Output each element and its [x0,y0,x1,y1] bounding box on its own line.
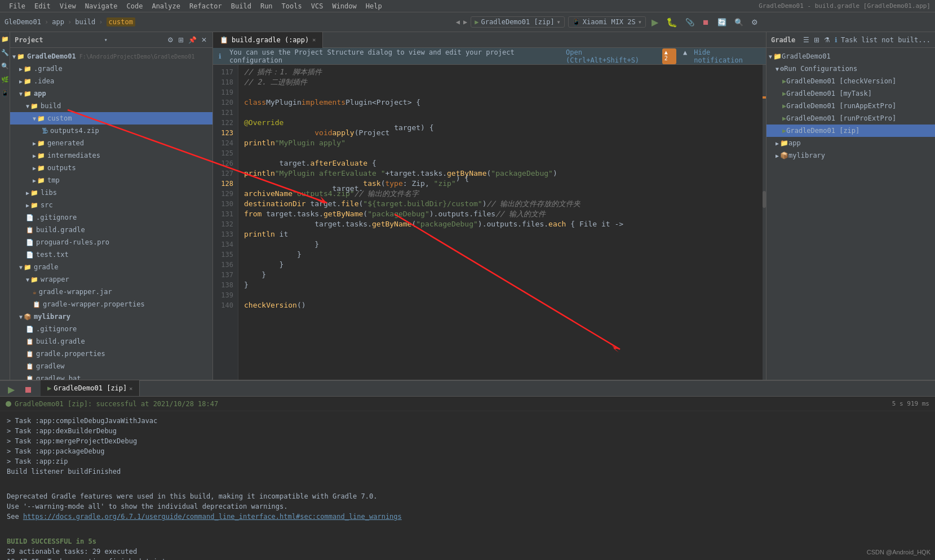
code-content[interactable]: // 插件：1. 脚本插件 // 2. 二进制插件 class MyPlugin… [238,65,763,380]
tree-generated[interactable]: ▶ 📁 generated [10,137,212,149]
editor-tab-build-gradle[interactable]: 📋 build.gradle (:app) ✕ [213,32,323,48]
gradle-rc1[interactable]: ▶ GradleDemo01 [checkVersion] [766,75,935,87]
tree-build-gradle[interactable]: 📋 build.gradle [10,224,212,236]
gradle-rc2[interactable]: ▶ GradleDemo01 [myTask] [766,87,935,100]
git-icon[interactable]: 🌿 [1,75,10,84]
breadcrumb-app2[interactable]: app [52,18,64,26]
run-tab[interactable]: ▶ GradleDemo01 [zip] ✕ [41,380,140,396]
code-line-131: from target.tasks.getByName("packageDebu… [244,209,757,219]
sidebar-gear-btn[interactable]: ⚙ [166,35,175,45]
tree-gitignore[interactable]: 📄 .gitignore [10,211,212,224]
tree-wrapper[interactable]: ▼ 📁 wrapper [10,273,212,286]
run-play-btn[interactable]: ▶ [5,383,18,396]
menu-view[interactable]: View [55,1,81,11]
android-icon[interactable]: 📱 [1,88,10,97]
menu-edit[interactable]: Edit [30,1,55,11]
run-config-dropdown[interactable]: ▶ GradleDemo01 [zip] ▾ [471,16,565,28]
gradle-filter-btn[interactable]: ⚗ [823,35,831,45]
output-deprecation-warning: Deprecated Gradle features were used in … [7,491,928,501]
code-line-120: class MyPlugin implements Plugin<Project… [244,97,757,108]
tree-libs[interactable]: ▶ 📁 libs [10,186,212,199]
tree-tmp[interactable]: ▶ 📁 tmp [10,174,212,186]
run-tab-close[interactable]: ✕ [129,385,132,392]
output-build-result: BUILD SUCCESSFUL in 5s [7,536,928,546]
sync-button[interactable]: 🔄 [715,17,729,28]
project-icon[interactable]: 📁 [1,34,10,43]
menu-tools[interactable]: Tools [277,1,307,11]
tree-gradle-props[interactable]: 📋 gradle-wrapper.properties [10,298,212,310]
tree-ml-gradlew[interactable]: 📋 gradlew [10,360,212,372]
breadcrumb-build[interactable]: build [75,18,95,26]
tree-testtxt[interactable]: 📄 test.txt [10,248,212,261]
settings-button[interactable]: ⚙ [749,17,760,28]
tree-gradle-jar[interactable]: ☕ gradle-wrapper.jar [10,286,212,298]
output-see: See https://docs.gradle.org/6.7.1/usergu… [7,512,928,522]
output-task4: > Task :app:packageDebug [7,446,928,456]
menu-help[interactable]: Help [361,1,387,11]
debug-button[interactable]: 🐛 [664,16,680,29]
tree-outputs4zip[interactable]: 🗜 outputs4.zip [10,125,212,137]
open-project-structure-btn[interactable]: Open (Ctrl+Alt+Shift+S) [566,48,657,64]
tree-proguard[interactable]: 📄 proguard-rules.pro [10,236,212,248]
device-dropdown[interactable]: 📱 Xiaomi MIX 2S ▾ [568,16,646,28]
code-line-135: } [244,250,757,260]
gradle-info-btn[interactable]: ℹ [834,35,839,45]
sidebar-layout-btn[interactable]: ⊞ [177,35,185,45]
code-line-126: target.afterEvaluate { [244,158,757,168]
warning-expand[interactable]: ▲ [683,48,687,64]
tree-gradledemo01[interactable]: ▼ 📁 GradleDemo01 F:\AndroidProjectDemo\G… [10,50,212,63]
menu-analyze[interactable]: Analyze [147,1,185,11]
sidebar-pin-btn[interactable]: 📌 [187,35,198,45]
build-output[interactable]: > Task :app:compileDebugJavaWithJavac > … [0,411,935,560]
tree-build[interactable]: ▼ 📁 build [10,100,212,112]
stop-button[interactable]: ⏹ [700,17,712,28]
run-stop-btn[interactable]: ⏹ [20,384,36,396]
gradle-mylibrary[interactable]: ▶ 📦 mylibrary [766,149,935,162]
gradle-app[interactable]: ▶ 📁 app [766,137,935,149]
menu-window[interactable]: Window [327,1,361,11]
tree-gradle[interactable]: ▶ 📁 .gradle [10,63,212,75]
hide-notification-btn[interactable]: Hide notification [694,48,760,64]
gradle-root[interactable]: ▼ 📁 GradleDemo01 [766,50,935,63]
tree-ml-gradle-props[interactable]: 📋 gradle.properties [10,348,212,360]
tree-gradle2[interactable]: ▼ 📁 gradle [10,261,212,273]
gradle-rc3[interactable]: ▶ GradleDemo01 [runAppExtPro] [766,100,935,112]
tab-close-btn[interactable]: ✕ [312,37,316,43]
gradle-run-configs[interactable]: ▼ ⚙ Run Configurations [766,63,935,75]
menu-build[interactable]: Build [227,1,256,11]
menu-vcs[interactable]: VCS [307,1,328,11]
gradle-list-btn[interactable]: ☰ [802,35,810,45]
structure-icon[interactable]: 🔧 [1,48,10,57]
gradle-panel: Gradle ☰ ⊞ ⚗ ℹ Task list not built... ▼ … [766,32,935,380]
menu-navigate[interactable]: Navigate [81,1,122,11]
breadcrumb-custom[interactable]: custom [107,17,135,26]
tree-outputs[interactable]: ▶ 📁 outputs [10,162,212,174]
gradle-rc5[interactable]: ▶ GradleDemo01 [zip] [766,125,935,137]
menu-code[interactable]: Code [122,1,148,11]
tree-ml-gitignore[interactable]: 📄 .gitignore [10,323,212,335]
code-line-130: destinationDir target.file("${target.bui… [244,199,757,209]
menu-file[interactable]: File [5,1,30,11]
deprecation-link[interactable]: https://docs.gradle.org/6.7.1/userguide/… [23,513,402,521]
menu-run[interactable]: Run [256,1,277,11]
tree-src[interactable]: ▶ 📁 src [10,199,212,211]
breadcrumb-app[interactable]: GleDemo01 [5,18,41,26]
attach-button[interactable]: 📎 [683,17,697,28]
editor-tabs: 📋 build.gradle (:app) ✕ [213,32,766,48]
tree-mylibrary[interactable]: ▼ 📦 mylibrary [10,310,212,323]
search-button[interactable]: 🔍 [732,17,746,28]
tree-app[interactable]: ▼ 📁 app [10,87,212,100]
menu-bar: File Edit View Navigate Code Analyze Ref… [0,0,935,12]
tree-ml-gradlew-bat[interactable]: 📋 gradlew.bat [10,372,212,380]
gradle-rc4[interactable]: ▶ GradleDemo01 [runProExtPro] [766,112,935,125]
sidebar-close-btn[interactable]: ✕ [200,35,208,45]
run-button[interactable]: ▶ [649,16,661,29]
gradle-hierarchy-btn[interactable]: ⊞ [813,35,821,45]
tree-ml-build-gradle[interactable]: 📋 build.gradle [10,335,212,348]
menu-refactor[interactable]: Refactor [185,1,227,11]
search-icon[interactable]: 🔍 [1,61,10,70]
tree-custom[interactable]: ▼ 📁 custom [10,112,212,125]
tree-idea[interactable]: ▶ 📁 .idea [10,75,212,87]
tree-intermediates[interactable]: ▶ 📁 intermediates [10,149,212,162]
editor-scrollbar[interactable] [763,65,766,380]
